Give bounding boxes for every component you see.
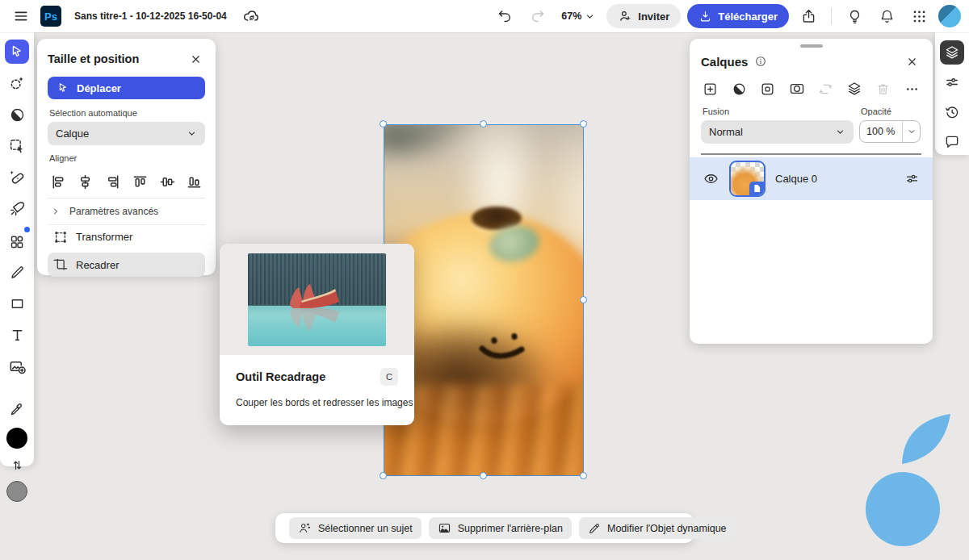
align-bottom-icon [187,174,202,190]
add-layer-button[interactable] [701,79,719,98]
blend-mode-label: Fusion [703,107,854,116]
size-position-panel: Taille et position Déplacer Sélection au… [37,39,216,275]
align-left-icon [51,174,66,190]
share-button[interactable] [795,4,821,28]
chevron-right-icon [51,207,61,216]
tool-add-image[interactable] [5,354,29,378]
adjustment-layer-button[interactable] [730,79,749,98]
group-icon [760,81,775,97]
undo-button[interactable] [492,4,518,28]
tool-brush[interactable] [5,260,29,284]
tool-select-subject[interactable] [5,71,29,95]
align-right-button[interactable] [104,173,122,190]
layer-thumbnail[interactable] [729,161,766,197]
tool-transform-selection[interactable] [5,134,29,158]
zoom-level: 67% [561,10,581,22]
invite-person-icon [618,9,632,23]
cloud-sync-icon [242,7,260,25]
selection-handle-bottom-left[interactable] [380,472,387,479]
remove-background-button[interactable]: Supprimer l'arrière-plan [429,517,572,539]
tool-adjustments[interactable] [5,102,29,127]
dock-properties-button[interactable] [940,70,964,94]
dock-layers-button[interactable] [940,40,964,65]
tool-rectangle[interactable] [5,291,29,316]
tool-shapes[interactable] [5,228,29,253]
download-label: Télécharger [718,10,778,23]
lightbulb-icon [846,8,863,25]
layer-stack-button[interactable] [845,79,864,98]
align-bottom-button[interactable] [186,173,203,190]
layer-row[interactable]: Calque 0 [690,157,933,200]
adjustment-icon [732,81,747,97]
account-avatar[interactable] [938,5,961,27]
tool-type[interactable] [5,323,29,347]
redo-button[interactable] [524,4,550,28]
layers-title: Calques [701,55,748,69]
select-subject-button[interactable]: Sélectionner un sujet [289,517,422,539]
opacity-input[interactable]: 100 % [859,120,921,143]
transform-icon [53,230,68,244]
selection-handle-top-mid[interactable] [480,120,487,127]
transform-select-icon [8,137,26,155]
move-button[interactable]: Déplacer [48,77,205,99]
dock-comments-button[interactable] [940,130,964,154]
layer-visibility-toggle[interactable] [701,169,720,188]
cloud-sync-button[interactable] [238,4,264,28]
hamburger-menu-button[interactable] [8,4,34,28]
invite-button[interactable]: Inviter [606,4,681,28]
crop-tooltip: Outil Recadrage C Couper les bords et re… [220,244,414,425]
advanced-settings-row[interactable]: Paramètres avancés [48,198,205,224]
align-middle-vertical-button[interactable] [158,173,176,190]
info-icon[interactable] [754,55,767,68]
download-icon [698,10,712,23]
convert-smart-object-button[interactable] [816,79,835,98]
align-center-horizontal-button[interactable] [77,173,94,190]
more-options-button[interactable] [903,79,921,98]
tool-move[interactable] [5,40,29,64]
close-layers-button[interactable] [902,52,921,71]
align-top-button[interactable] [131,173,149,190]
selection-handle-right-mid[interactable] [580,296,587,303]
align-middle-vertical-icon [160,174,175,190]
dock-history-button[interactable] [940,100,964,124]
mask-button[interactable] [787,79,806,98]
panel-drag-handle[interactable] [800,44,823,48]
download-button[interactable]: Télécharger [687,4,789,28]
smiley-face [476,328,533,368]
edit-smart-object-label: Modifier l'Objet dynamique [607,523,727,534]
add-layer-icon [703,81,718,97]
auto-select-dropdown[interactable]: Calque [48,122,205,145]
crop-row[interactable]: Recadrer [48,253,205,277]
right-dock [935,32,969,155]
blend-mode-dropdown[interactable]: Normal [701,120,854,144]
close-panel-button[interactable] [186,49,205,69]
edit-smart-object-button[interactable]: Modifier l'Objet dynamique [579,517,736,539]
background-color-swatch[interactable] [6,481,27,502]
whats-new-button[interactable] [841,4,867,28]
select-subject-label: Sélectionner un sujet [318,523,413,534]
tool-remove[interactable] [5,197,29,221]
layer-sliders-icon [904,171,920,186]
align-left-button[interactable] [49,173,67,190]
swap-colors-button[interactable] [5,456,29,474]
delete-layer-button[interactable] [875,79,893,98]
opacity-stepper[interactable] [902,121,920,142]
foreground-color-swatch[interactable] [6,428,27,449]
eye-icon [703,171,719,186]
select-sparkle-icon [8,74,26,92]
transform-row[interactable]: Transformer [48,224,205,249]
selection-handle-top-right[interactable] [580,120,587,127]
selection-handle-top-left[interactable] [380,120,387,127]
group-layers-button[interactable] [759,79,778,98]
zoom-control[interactable]: 67% [556,10,600,22]
move-label: Déplacer [77,82,121,94]
layer-options-button[interactable] [902,169,921,188]
layers-stack-icon [944,44,960,61]
notifications-button[interactable] [874,4,900,28]
selection-handle-bottom-mid[interactable] [480,472,487,479]
tool-healing[interactable] [5,165,29,190]
apps-grid-button[interactable] [906,4,932,28]
selection-handle-bottom-right[interactable] [580,472,587,479]
remove-background-label: Supprimer l'arrière-plan [458,523,563,534]
tool-eyedropper[interactable] [5,396,29,420]
